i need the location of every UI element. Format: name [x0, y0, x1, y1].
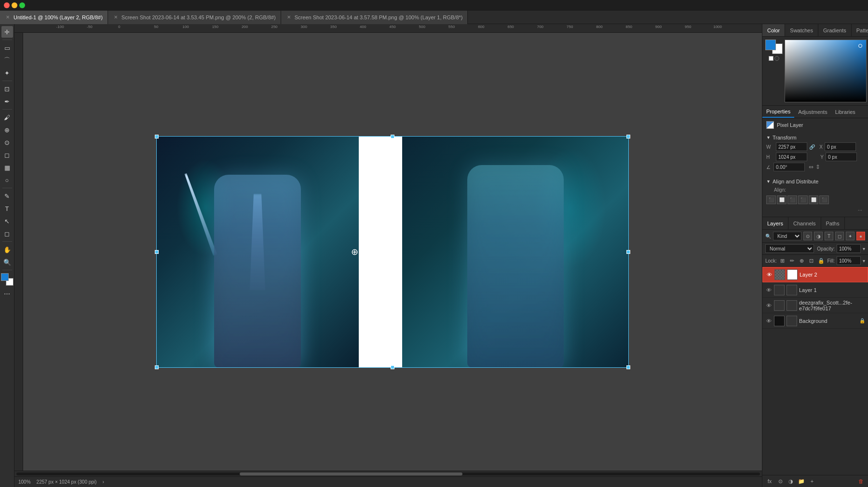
lock-artboard-btn[interactable]: ⊡ — [808, 257, 815, 264]
width-input[interactable] — [776, 142, 807, 151]
ruler-label: 1000 — [713, 25, 722, 29]
zoom-tool[interactable]: 🔍 — [1, 256, 13, 268]
shape-tool[interactable]: ◻ — [1, 228, 13, 239]
angle-input[interactable] — [773, 163, 805, 171]
deezgrafix-visibility[interactable]: 👁 — [765, 302, 772, 309]
layer2-visibility[interactable]: 👁 — [766, 271, 773, 278]
fg-bg-swatches[interactable] — [765, 40, 783, 54]
layers-filter-active-btn[interactable]: ● — [856, 232, 865, 240]
swatches-tab[interactable]: Swatches — [785, 24, 818, 36]
add-layer-button[interactable]: + — [808, 477, 816, 486]
layer-item-background[interactable]: 👁 Background 🔒 — [762, 313, 868, 329]
close-button[interactable] — [4, 2, 10, 8]
layers-shape-filter[interactable]: ◻ — [835, 232, 844, 240]
hand-tool[interactable]: ✋ — [1, 244, 13, 255]
layers-kind-select[interactable]: Kind — [773, 232, 801, 240]
scrollbar-thumb[interactable] — [240, 473, 463, 475]
canvas-with-ruler: ⊕ — [14, 33, 762, 471]
flip-v-icon[interactable]: ⇕ — [815, 164, 820, 170]
reset-white-icon[interactable] — [769, 56, 773, 61]
minimize-button[interactable] — [12, 2, 17, 8]
lock-position-btn[interactable]: ⊕ — [798, 257, 806, 264]
lock-pixels-btn[interactable]: ⊞ — [779, 257, 787, 264]
scrollbar-horizontal[interactable] — [14, 471, 762, 476]
layer-item-layer1[interactable]: 👁 Layer 1 — [762, 282, 868, 298]
crop-tool[interactable]: ⊡ — [1, 83, 13, 95]
lasso-tool[interactable]: ⌒ — [1, 55, 13, 66]
add-group-button[interactable]: 📁 — [797, 477, 806, 486]
tab-2[interactable]: ✕ Screen Shot 2023-06-14 at 3.53.45 PM.p… — [108, 11, 281, 24]
align-top-btn[interactable]: ⬛ — [798, 195, 808, 204]
patterns-tab[interactable]: Patterns — [852, 24, 868, 36]
lock-all-btn[interactable]: 🔒 — [817, 257, 825, 264]
canvas-area[interactable]: ⊕ — [23, 33, 762, 471]
layers-pixel-filter[interactable]: ⊙ — [803, 232, 812, 240]
magic-wand-tool[interactable]: ✦ — [1, 67, 13, 79]
ruler-horizontal: -100 -50 0 50 100 150 200 250 300 350 40… — [14, 24, 762, 33]
fg-swatch[interactable] — [765, 40, 776, 50]
channels-tab[interactable]: Channels — [788, 217, 821, 229]
color-gradient-box[interactable] — [785, 40, 867, 102]
tab-1[interactable]: ✕ Untitled-1 @ 100% (Layer 2, RGB/8#) — [0, 11, 108, 24]
flip-h-icon[interactable]: ⇔ — [809, 164, 814, 170]
libraries-tab[interactable]: Libraries — [831, 106, 859, 118]
align-middle-btn[interactable]: ⬜ — [809, 195, 818, 204]
maximize-button[interactable] — [19, 2, 25, 8]
align-chevron[interactable]: ▼ — [766, 179, 771, 184]
layers-type-filter[interactable]: T — [825, 232, 833, 240]
align-bottom-btn[interactable]: ⬛ — [819, 195, 829, 204]
x-input[interactable] — [825, 142, 856, 151]
fx-button[interactable]: fx — [765, 477, 774, 486]
add-mask-button[interactable]: ⊙ — [776, 477, 785, 486]
eraser-tool[interactable]: ◻ — [1, 149, 13, 161]
height-input[interactable] — [776, 153, 807, 161]
text-tool[interactable]: T — [1, 203, 13, 214]
eyedropper-tool[interactable]: ✒ — [1, 96, 13, 107]
add-adjustment-button[interactable]: ◑ — [787, 477, 795, 486]
align-center-btn[interactable]: ⬜ — [777, 195, 787, 204]
layer-item-deezgrafix[interactable]: 👁 deezgrafix_Scott...2fe-e7dc7f9fe017 — [762, 298, 868, 313]
layers-adj-filter[interactable]: ◑ — [814, 232, 823, 240]
align-left-btn[interactable]: ⬛ — [766, 195, 776, 204]
brush-tool[interactable]: 🖌 — [1, 111, 13, 123]
opacity-input[interactable] — [837, 244, 861, 253]
lock-paint-btn[interactable]: ✏ — [788, 257, 796, 264]
y-input[interactable] — [826, 153, 857, 161]
paths-tab[interactable]: Paths — [821, 217, 845, 229]
tab-3-close[interactable]: ✕ — [286, 14, 292, 20]
layer-item-layer2[interactable]: 👁 Layer 2 — [762, 267, 868, 282]
delete-layer-button[interactable]: 🗑 — [856, 477, 865, 486]
tab-1-close[interactable]: ✕ — [5, 14, 11, 20]
pen-tool[interactable]: ✎ — [1, 190, 13, 202]
fg-color-swatch[interactable] — [1, 273, 9, 281]
link-icon[interactable]: 🔗 — [809, 144, 815, 150]
layers-smart-filter[interactable]: ✦ — [846, 232, 854, 240]
fill-row: Fill: ▾ — [827, 256, 865, 265]
tab-2-close[interactable]: ✕ — [113, 14, 119, 20]
marquee-tool[interactable]: ▭ — [1, 42, 13, 54]
stamp-tool[interactable]: ⊙ — [1, 137, 13, 148]
tab-3[interactable]: ✕ Screen Shot 2023-06-14 at 3.57.58 PM.p… — [281, 11, 468, 24]
transform-chevron[interactable]: ▼ — [766, 135, 771, 140]
move-tool[interactable]: ✛ — [1, 26, 13, 38]
blend-mode-select[interactable]: Normal — [765, 244, 814, 253]
extra-tools[interactable]: ⋯ — [1, 288, 13, 299]
ruler-label: 900 — [655, 25, 662, 29]
color-swatches-widget[interactable] — [1, 273, 14, 286]
fill-input[interactable] — [837, 256, 861, 265]
color-tab[interactable]: Color — [762, 24, 785, 36]
swap-colors-icon[interactable] — [774, 56, 779, 61]
gradients-tab[interactable]: Gradients — [818, 24, 852, 36]
dodge-tool[interactable]: ○ — [1, 174, 13, 186]
scrollbar-track[interactable] — [16, 473, 760, 475]
background-visibility[interactable]: 👁 — [765, 318, 772, 324]
properties-tab[interactable]: Properties — [762, 106, 794, 118]
healing-tool[interactable]: ⊕ — [1, 124, 13, 136]
layers-tab[interactable]: Layers — [762, 217, 788, 229]
more-icon[interactable]: ··· — [858, 207, 862, 213]
align-right-btn[interactable]: ⬛ — [787, 195, 797, 204]
gradient-tool[interactable]: ▦ — [1, 162, 13, 173]
adjustments-tab[interactable]: Adjustments — [794, 106, 831, 118]
path-select-tool[interactable]: ↖ — [1, 215, 13, 227]
layer1-visibility[interactable]: 👁 — [765, 287, 772, 293]
